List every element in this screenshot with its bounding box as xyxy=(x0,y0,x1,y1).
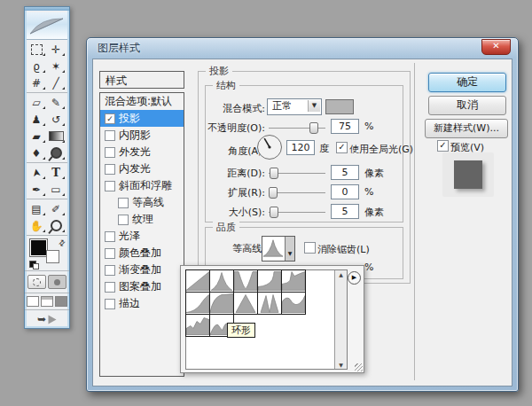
checkbox[interactable] xyxy=(105,181,115,191)
contour-thumb-dome-dip[interactable] xyxy=(281,292,306,315)
rectangular-marquee-tool[interactable] xyxy=(27,41,46,58)
style-item-texture[interactable]: 纹理 xyxy=(100,211,184,228)
style-item-bevel-emboss[interactable]: 斜面和浮雕 xyxy=(100,177,184,194)
scroll-down-icon[interactable]: ▼ xyxy=(335,362,347,368)
style-item-satin[interactable]: 光泽 xyxy=(100,228,184,245)
style-item-drop-shadow[interactable]: ✓投影 xyxy=(100,110,184,127)
contour-thumb-cone-inverted[interactable] xyxy=(233,269,258,293)
spread-input[interactable]: 0 xyxy=(331,184,359,199)
spread-slider[interactable] xyxy=(269,192,325,193)
contour-flyout-menu-button[interactable]: ▶ xyxy=(348,271,361,285)
crop-tool[interactable]: # xyxy=(27,74,46,91)
clone-stamp-tool[interactable]: ♟ xyxy=(27,111,46,128)
jump-to-imageready[interactable]: ➥ xyxy=(25,311,69,327)
checkbox[interactable] xyxy=(105,265,115,276)
angle-dial[interactable] xyxy=(256,134,283,160)
zoom-tool[interactable] xyxy=(46,217,66,234)
contour-thumb-ring-double[interactable] xyxy=(257,292,282,315)
pen-tool[interactable]: ✒ xyxy=(27,181,46,198)
blend-mode-dropdown[interactable]: 正常 ▼ xyxy=(267,98,322,115)
checkbox[interactable] xyxy=(118,198,129,208)
notes-tool[interactable]: ▤ xyxy=(27,200,46,217)
preview-checkbox[interactable]: ✓ xyxy=(437,140,449,152)
chevron-down-icon[interactable]: ▼ xyxy=(308,100,320,112)
magic-wand-tool[interactable]: ✶ xyxy=(46,58,66,74)
checkbox[interactable] xyxy=(105,164,115,175)
style-item-color-overlay[interactable]: 颜色叠加 xyxy=(100,245,184,262)
style-item-pattern-overlay[interactable]: 图案叠加 xyxy=(100,278,184,295)
contour-thumb-cove-deep[interactable] xyxy=(257,269,282,293)
style-item-outer-glow[interactable]: 外发光 xyxy=(100,144,184,160)
contour-dropdown-arrow-icon[interactable]: ▼ xyxy=(285,237,294,261)
new-style-button[interactable]: 新建样式(W)... xyxy=(425,119,508,138)
contour-scrollbar[interactable]: ▲ ▼ xyxy=(334,270,347,369)
ok-button[interactable]: 确定 xyxy=(428,73,506,92)
background-color-swatch[interactable] xyxy=(46,250,59,263)
opacity-slider[interactable] xyxy=(269,128,325,129)
checkbox[interactable] xyxy=(105,147,115,158)
checkbox[interactable]: ✓ xyxy=(105,113,115,124)
gradient-tool[interactable] xyxy=(46,128,66,144)
checkbox[interactable] xyxy=(105,130,115,141)
checkbox[interactable] xyxy=(118,215,129,225)
contour-thumb-jagged[interactable] xyxy=(185,314,210,337)
standard-mode-button[interactable] xyxy=(27,275,46,289)
scroll-up-icon[interactable]: ▲ xyxy=(335,271,347,277)
distance-input[interactable]: 5 xyxy=(331,165,359,180)
contour-thumb-half-round[interactable] xyxy=(209,292,234,315)
style-item-inner-shadow[interactable]: 内阴影 xyxy=(100,127,184,144)
style-item-contour[interactable]: 等高线 xyxy=(100,194,184,211)
cancel-button[interactable]: 取消 xyxy=(428,96,506,115)
foreground-color-swatch[interactable] xyxy=(30,239,47,256)
contour-picker-button[interactable]: ▼ xyxy=(262,236,295,262)
opacity-slider-thumb[interactable] xyxy=(309,122,318,134)
size-slider-thumb[interactable] xyxy=(270,207,278,218)
dodge-tool[interactable] xyxy=(46,144,66,161)
distance-slider[interactable] xyxy=(269,173,325,174)
style-item-inner-glow[interactable]: 内发光 xyxy=(100,160,184,177)
fullscreen-menubar-button[interactable] xyxy=(41,296,53,307)
standard-screen-button[interactable] xyxy=(27,296,39,307)
checkbox[interactable] xyxy=(105,231,115,242)
checkbox[interactable] xyxy=(105,282,115,293)
history-brush-tool[interactable]: ↺ xyxy=(46,111,66,128)
dialog-titlebar[interactable]: 图层样式 xyxy=(87,38,518,58)
distance-slider-thumb[interactable] xyxy=(270,168,278,179)
contour-thumb-gaussian[interactable] xyxy=(185,292,210,315)
brush-tool[interactable]: ✎ xyxy=(46,94,66,111)
swap-colors-icon[interactable]: ⇄ xyxy=(57,238,67,248)
spread-slider-thumb[interactable] xyxy=(269,187,278,199)
style-item-stroke[interactable]: 描边 xyxy=(100,295,184,312)
healing-brush-tool[interactable]: ▱ xyxy=(27,94,46,111)
close-button[interactable]: ✕ xyxy=(481,39,511,55)
hand-tool[interactable]: ✋ xyxy=(27,217,46,234)
slice-tool[interactable]: ╱ xyxy=(46,74,66,91)
size-slider[interactable] xyxy=(269,212,325,213)
antialias-checkbox[interactable] xyxy=(304,242,316,254)
quick-mask-mode-button[interactable] xyxy=(48,275,66,289)
angle-input[interactable]: 120 xyxy=(286,140,315,155)
global-light-checkbox[interactable]: ✓ xyxy=(336,142,348,153)
type-tool[interactable]: T xyxy=(46,164,66,181)
opacity-input[interactable]: 75 xyxy=(331,119,359,134)
style-item-gradient-overlay[interactable]: 渐变叠加 xyxy=(100,262,184,278)
contour-thumb-linear[interactable] xyxy=(185,269,210,293)
eyedropper-tool[interactable]: ✐ xyxy=(46,200,66,217)
path-selection-tool[interactable]: ➤ xyxy=(27,164,46,181)
contour-thumb-rolling-slope[interactable] xyxy=(281,269,306,293)
palette-titlebar[interactable] xyxy=(25,7,69,11)
contour-thumb-cone[interactable] xyxy=(209,269,234,293)
move-tool[interactable]: ✛ xyxy=(46,41,66,58)
popup-resize-grip[interactable] xyxy=(355,363,363,371)
style-item-blending-options[interactable]: 混合选项:默认 xyxy=(100,93,184,110)
contour-thumb-ring[interactable] xyxy=(233,292,258,315)
eraser-tool[interactable]: ▰ xyxy=(27,128,46,144)
size-input[interactable]: 5 xyxy=(331,204,359,219)
shape-tool[interactable]: ▭ xyxy=(46,181,66,198)
blur-tool[interactable]: ♦ xyxy=(27,144,46,161)
checkbox[interactable] xyxy=(105,248,115,259)
shadow-color-swatch[interactable] xyxy=(325,99,354,114)
fullscreen-button[interactable] xyxy=(55,296,67,307)
checkbox[interactable] xyxy=(105,299,115,309)
lasso-tool[interactable]: ϱ xyxy=(27,58,46,74)
